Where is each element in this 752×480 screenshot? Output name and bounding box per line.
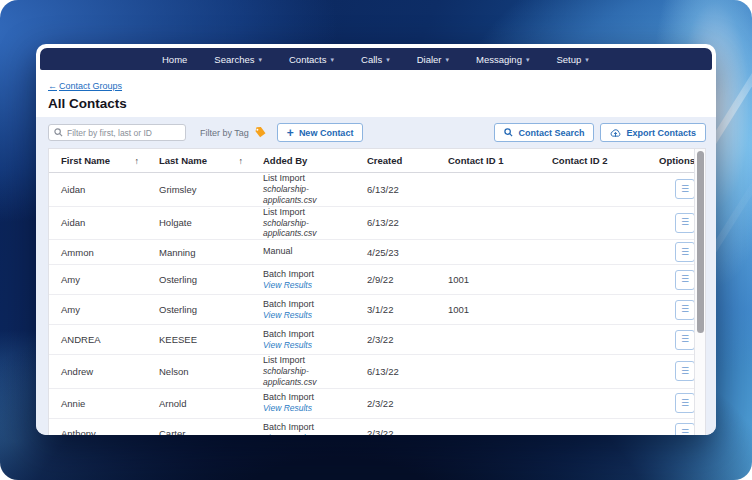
cell-created: 2/3/22 [355,398,436,409]
column-header-contact-id-1: Contact ID 1 [436,149,540,172]
app-window: Home ▾ Searches ▾ Contacts ▾ Calls ▾ Dia… [36,44,716,435]
row-options-button[interactable]: ☰ [675,213,695,233]
row-options-button[interactable]: ☰ [675,330,695,350]
nav-item-contacts[interactable]: Contacts ▾ [289,54,334,65]
cell-created: 6/13/22 [355,217,436,228]
table-row: Aidan Grimsley List Import scholarship-a… [49,173,705,207]
cell-created: 3/1/22 [355,304,436,315]
nav-item-setup[interactable]: Setup ▾ [556,54,588,65]
cell-contact-id-1: 1001 [436,274,540,285]
chevron-down-icon: ▾ [386,56,390,63]
cloud-upload-icon [610,128,621,138]
page-title: All Contacts [48,96,704,111]
row-options-button[interactable]: ☰ [675,423,695,435]
chevron-down-icon: ▾ [445,56,449,63]
row-options-button[interactable]: ☰ [675,300,695,320]
cell-first-name: ANDREA [49,334,147,345]
column-header-added-by: Added By [251,149,355,172]
hamburger-menu-icon: ☰ [681,335,689,344]
scrollbar-thumb[interactable] [697,151,704,333]
table-row: Amy Osterling Batch Import View Results … [49,265,705,295]
view-results-link[interactable]: View Results [263,310,355,321]
table-row: Aidan Holgate List Import scholarship-ap… [49,207,705,241]
toolbar: Filter by Tag + New Contact Contact Sear… [48,123,706,142]
tag-icon[interactable] [253,126,267,139]
contact-search-button[interactable]: Contact Search [494,123,594,142]
cell-last-name: Osterling [147,304,251,315]
cell-created: 6/13/22 [355,184,436,195]
search-icon [54,128,63,137]
row-options-button[interactable]: ☰ [675,179,695,199]
view-results-link[interactable]: View Results [263,340,355,351]
row-options-button[interactable]: ☰ [675,242,695,262]
cell-first-name: Ammon [49,247,147,258]
table-row: Annie Arnold Batch Import View Results 2… [49,389,705,419]
hamburger-menu-icon: ☰ [681,275,689,284]
cell-added-by: List Import scholarship-applicants.csv [251,173,355,206]
top-navbar: Home ▾ Searches ▾ Contacts ▾ Calls ▾ Dia… [40,48,712,70]
cell-last-name: Grimsley [147,184,251,195]
cell-created: 6/13/22 [355,366,436,377]
sort-ascending-icon: ↑ [135,156,140,166]
cell-last-name: Nelson [147,366,251,377]
contacts-table-header: First Name ↑ Last Name ↑ Added By Create… [49,149,705,173]
hamburger-menu-icon: ☰ [681,399,689,408]
nav-item-home[interactable]: Home ▾ [162,54,187,65]
cell-first-name: Amy [49,274,147,285]
cell-added-by: Batch Import View Results [251,422,355,435]
view-results-link[interactable]: View Results [263,433,355,435]
cell-contact-id-1: 1001 [436,304,540,315]
import-file-name: scholarship-applicants.csv [263,366,355,387]
chevron-down-icon: ▾ [258,56,262,63]
table-row: Andrew Nelson List Import scholarship-ap… [49,355,705,389]
row-options-button[interactable]: ☰ [675,270,695,290]
table-scrollbar[interactable] [694,149,705,435]
cell-last-name: KEESEE [147,334,251,345]
nav-item-messaging[interactable]: Messaging ▾ [476,54,529,65]
contacts-table-body: Aidan Grimsley List Import scholarship-a… [49,173,705,435]
nav-item-dialer[interactable]: Dialer ▾ [417,54,449,65]
new-contact-button[interactable]: + New Contact [277,123,364,142]
hamburger-menu-icon: ☰ [681,367,689,376]
cell-first-name: Amy [49,304,147,315]
chevron-down-icon: ▾ [585,56,589,63]
cell-created: 2/3/22 [355,428,436,436]
nav-item-calls[interactable]: Calls ▾ [361,54,390,65]
view-results-link[interactable]: View Results [263,403,355,414]
import-file-name: scholarship-applicants.csv [263,184,355,205]
contacts-table: First Name ↑ Last Name ↑ Added By Create… [48,148,706,435]
cell-added-by: Batch Import View Results [251,392,355,414]
hamburger-menu-icon: ☰ [681,185,689,194]
cell-first-name: Aidan [49,217,147,228]
hamburger-menu-icon: ☰ [681,248,689,257]
cell-first-name: Andrew [49,366,147,377]
cell-first-name: Aidan [49,184,147,195]
column-header-first-name[interactable]: First Name ↑ [49,149,147,172]
cell-added-by: Batch Import View Results [251,299,355,321]
back-arrow-icon: ← [48,81,57,91]
search-icon [504,128,513,137]
name-filter-field[interactable] [48,124,186,141]
name-filter-input[interactable] [67,128,180,138]
table-row: Anthony Carter Batch Import View Results… [49,419,705,436]
nav-item-searches[interactable]: Searches ▾ [214,54,262,65]
cell-last-name: Osterling [147,274,251,285]
cell-created: 4/25/23 [355,247,436,258]
navbar-menu: Home ▾ Searches ▾ Contacts ▾ Calls ▾ Dia… [162,54,589,65]
table-row: Ammon Manning Manual 4/25/23 ☰ [49,240,705,265]
cell-last-name: Arnold [147,398,251,409]
row-options-button[interactable]: ☰ [675,393,695,413]
table-row: Amy Osterling Batch Import View Results … [49,295,705,325]
chevron-down-icon: ▾ [526,56,530,63]
cell-added-by: Batch Import View Results [251,269,355,291]
column-header-contact-id-2: Contact ID 2 [540,149,636,172]
column-header-last-name[interactable]: Last Name ↑ [147,149,251,172]
content-area: Filter by Tag + New Contact Contact Sear… [36,117,716,435]
cell-last-name: Carter [147,428,251,436]
view-results-link[interactable]: View Results [263,280,355,291]
column-header-created: Created [355,149,436,172]
row-options-button[interactable]: ☰ [675,361,695,381]
export-contacts-button[interactable]: Export Contacts [600,123,706,142]
cell-created: 2/9/22 [355,274,436,285]
breadcrumb-contact-groups[interactable]: ← Contact Groups [48,81,122,91]
